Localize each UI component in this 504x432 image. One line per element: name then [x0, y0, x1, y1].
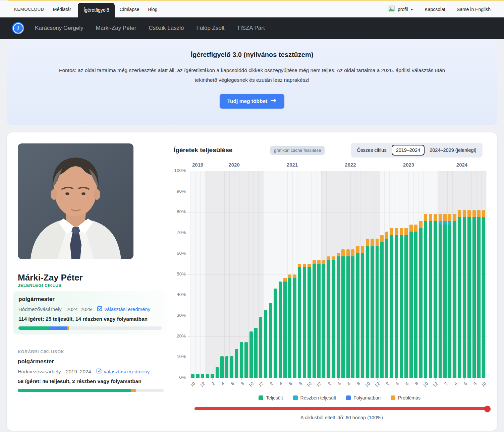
chart-bar-month-39[interactable]: [376, 239, 379, 378]
topnav-item-3[interactable]: Blog: [148, 7, 158, 12]
chart-bar-month-37[interactable]: [366, 239, 369, 378]
previous-progress: [18, 389, 164, 392]
chart-bar-month-59[interactable]: [472, 210, 476, 378]
chart-bar-month-13[interactable]: [249, 331, 253, 378]
chart-bar-month-4[interactable]: [206, 374, 209, 378]
y-axis-label: 10%: [168, 354, 186, 359]
person-link-3[interactable]: Fülöp Zsolt: [196, 25, 224, 32]
person-link-1[interactable]: Márki-Zay Péter: [96, 25, 136, 32]
chart-bar-month-3[interactable]: [201, 374, 204, 378]
chart-bar-month-24[interactable]: [303, 264, 306, 378]
chart-bar-month-26[interactable]: [313, 260, 316, 378]
legend-item-0[interactable]: Teljesült: [259, 395, 283, 400]
chart-bar-month-27[interactable]: [317, 260, 321, 378]
chart-bar-month-35[interactable]: [356, 246, 359, 378]
chart-bar-month-55[interactable]: [453, 214, 456, 378]
brand-kemocloud[interactable]: KEMOCLOUD: [14, 7, 44, 12]
chart-bar-month-14[interactable]: [254, 328, 258, 378]
x-axis-tick: [358, 378, 358, 380]
chart-bar-month-20[interactable]: [283, 278, 287, 378]
cycle-tab-2[interactable]: 2024–2029 (jelenlegi): [425, 145, 481, 156]
chart-bar-month-25[interactable]: [307, 264, 311, 378]
current-progress: [18, 326, 162, 330]
cycle-tab-1[interactable]: 2019–2024: [392, 145, 425, 156]
refresh-cache-button[interactable]: grafikon cache frissítése: [270, 146, 325, 155]
previous-election-result-link[interactable]: választási eredmény: [96, 368, 150, 375]
chart-bar-month-29[interactable]: [327, 256, 330, 378]
topnav-item-2[interactable]: Címlapse: [119, 7, 139, 12]
chart-bar-month-16[interactable]: [264, 310, 267, 378]
topnav-item-0[interactable]: Médiatár: [53, 7, 71, 12]
y-axis-label: 80%: [168, 209, 186, 214]
chart-bar-month-45[interactable]: [404, 228, 408, 378]
chart-bar-month-42[interactable]: [390, 228, 393, 378]
x-axis-label: 8: [240, 381, 245, 386]
contact-link[interactable]: Kapcsolat: [425, 7, 445, 12]
cycle-tab-0[interactable]: Összes ciklus: [352, 145, 391, 156]
chart-bar-month-23[interactable]: [298, 264, 301, 378]
chart-bar-month-47[interactable]: [414, 225, 417, 378]
chart-bar-month-36[interactable]: [361, 246, 364, 378]
chart-bar-month-49[interactable]: [424, 214, 427, 378]
chart-bar-month-44[interactable]: [400, 228, 403, 378]
chart-bar-month-58[interactable]: [467, 210, 471, 378]
legend-item-1[interactable]: Részben teljesült: [293, 395, 336, 400]
chart-bar-month-9[interactable]: [230, 356, 233, 378]
elapsed-time-slider[interactable]: [194, 407, 489, 410]
chart-bar-month-15[interactable]: [259, 317, 263, 378]
profile-menu[interactable]: profil: [388, 5, 413, 13]
chart-bar-month-60[interactable]: [477, 210, 481, 378]
info-icon[interactable]: i: [12, 22, 24, 34]
chart-bar-month-46[interactable]: [409, 225, 413, 378]
chart-bar-month-38[interactable]: [371, 239, 374, 378]
chart-bar-month-61[interactable]: [482, 210, 486, 378]
chart-bar-month-56[interactable]: [458, 210, 461, 378]
topnav-item-1[interactable]: Ígéretfigyelő: [78, 3, 115, 17]
slider-handle[interactable]: [484, 406, 491, 412]
chart-bar-month-7[interactable]: [220, 356, 224, 378]
chart-bar-month-43[interactable]: [395, 228, 398, 378]
chart-bar-month-57[interactable]: [463, 210, 466, 378]
chart-bar-month-22[interactable]: [293, 274, 296, 378]
current-election-result-link[interactable]: választási eredmény: [97, 306, 151, 312]
bar-segment: [269, 303, 272, 378]
person-link-2[interactable]: Csőzik László: [149, 25, 184, 32]
bar-segment: [439, 225, 442, 378]
chart-bar-month-28[interactable]: [322, 260, 326, 378]
chart-bar-month-50[interactable]: [429, 214, 432, 378]
chart-bar-month-18[interactable]: [274, 289, 277, 378]
x-axis-label: 10: [480, 381, 487, 388]
chart-bar-month-6[interactable]: [216, 367, 219, 378]
chart-bar-month-5[interactable]: [211, 374, 214, 378]
chart-bar-month-54[interactable]: [448, 214, 451, 378]
chart-bar-month-51[interactable]: [434, 214, 437, 378]
current-election-result-label: választási eredmény: [105, 306, 151, 312]
chart-bar-month-34[interactable]: [351, 249, 354, 378]
language-switch-link[interactable]: Same in English: [457, 7, 491, 12]
chart-bar-month-19[interactable]: [279, 282, 282, 378]
person-link-0[interactable]: Karácsony Gergely: [35, 25, 83, 32]
chart-bar-month-11[interactable]: [240, 342, 243, 378]
chart-bar-month-8[interactable]: [225, 356, 229, 378]
legend-item-3[interactable]: Problémás: [391, 395, 421, 400]
learn-more-button[interactable]: Tudj meg többet: [220, 94, 284, 109]
chart-bar-month-2[interactable]: [196, 374, 200, 378]
chart-bar-month-32[interactable]: [341, 249, 345, 378]
chart-bar-month-21[interactable]: [288, 274, 291, 378]
chart-bar-month-30[interactable]: [332, 256, 335, 378]
chart-bar-month-1[interactable]: [191, 374, 194, 378]
chart-bar-month-53[interactable]: [443, 214, 447, 378]
progress-segment-problémás: [67, 326, 69, 330]
chart-bar-month-33[interactable]: [346, 249, 350, 378]
chart-bar-month-10[interactable]: [235, 349, 238, 378]
chart-bar-month-31[interactable]: [337, 253, 340, 378]
chart-bar-month-17[interactable]: [269, 303, 272, 378]
x-axis-label: 6: [346, 381, 352, 386]
chart-bar-month-40[interactable]: [380, 235, 384, 378]
chart-bar-month-48[interactable]: [419, 221, 423, 378]
chart-bar-month-41[interactable]: [385, 232, 389, 378]
legend-item-2[interactable]: Folyamatban: [346, 395, 381, 400]
chart-bar-month-12[interactable]: [244, 342, 248, 378]
person-link-4[interactable]: TISZA Párt: [237, 25, 265, 32]
chart-bar-month-52[interactable]: [439, 214, 442, 378]
